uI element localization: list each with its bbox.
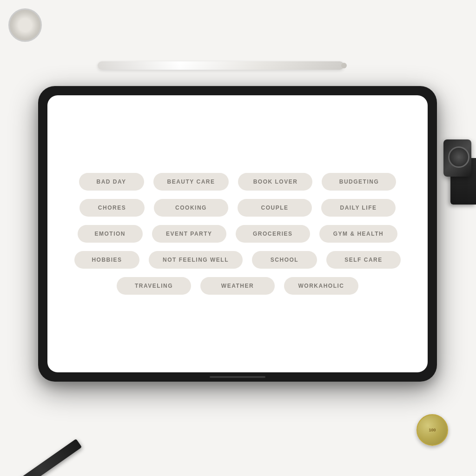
tape-roll xyxy=(8,8,42,42)
coin: 100 xyxy=(416,414,448,446)
ipad-screen: BAD DAY BEAUTY CARE BOOK LOVER BUDGETING… xyxy=(47,95,428,372)
category-chores[interactable]: CHORES xyxy=(79,199,145,217)
categories-grid: BAD DAY BEAUTY CARE BOOK LOVER BUDGETING… xyxy=(74,173,401,295)
category-event-party[interactable]: EVENT PARTY xyxy=(152,225,226,243)
category-row-3: EMOTION EVENT PARTY GROCERIES GYM & HEAL… xyxy=(78,225,397,243)
category-workaholic[interactable]: WORKAHOLIC xyxy=(284,277,358,295)
category-school[interactable]: SCHOOL xyxy=(252,251,317,269)
category-daily-life[interactable]: DAILY LIFE xyxy=(321,199,396,217)
category-row-4: HOBBIES NOT FEELING WELL SCHOOL SELF CAR… xyxy=(74,251,401,269)
ipad-device: BAD DAY BEAUTY CARE BOOK LOVER BUDGETING… xyxy=(38,86,437,382)
category-row-1: BAD DAY BEAUTY CARE BOOK LOVER BUDGETING xyxy=(79,173,397,191)
category-traveling[interactable]: TRAVELING xyxy=(117,277,191,295)
category-groceries[interactable]: GROCERIES xyxy=(236,225,310,243)
category-beauty-care[interactable]: BEAUTY CARE xyxy=(153,173,229,191)
category-row-2: CHORES COOKING COUPLE DAILY LIFE xyxy=(79,199,396,217)
category-weather[interactable]: WEATHER xyxy=(200,277,275,295)
category-row-5: TRAVELING WEATHER WORKAHOLIC xyxy=(117,277,358,295)
category-book-lover[interactable]: BOOK LOVER xyxy=(238,173,312,191)
category-self-care[interactable]: SELF CARE xyxy=(326,251,401,269)
category-not-feeling-well[interactable]: NOT FEELING WELL xyxy=(149,251,243,269)
category-hobbies[interactable]: HOBBIES xyxy=(74,251,139,269)
category-budgeting[interactable]: BUDGETING xyxy=(322,173,396,191)
screen-content: BAD DAY BEAUTY CARE BOOK LOVER BUDGETING… xyxy=(47,95,428,372)
camera-lens xyxy=(443,139,471,177)
apple-pencil xyxy=(98,61,344,70)
category-emotion[interactable]: EMOTION xyxy=(78,225,143,243)
category-bad-day[interactable]: BAD DAY xyxy=(79,173,144,191)
category-gym-health[interactable]: GYM & HEALTH xyxy=(319,225,397,243)
category-cooking[interactable]: COOKING xyxy=(154,199,228,217)
category-couple[interactable]: COUPLE xyxy=(238,199,312,217)
